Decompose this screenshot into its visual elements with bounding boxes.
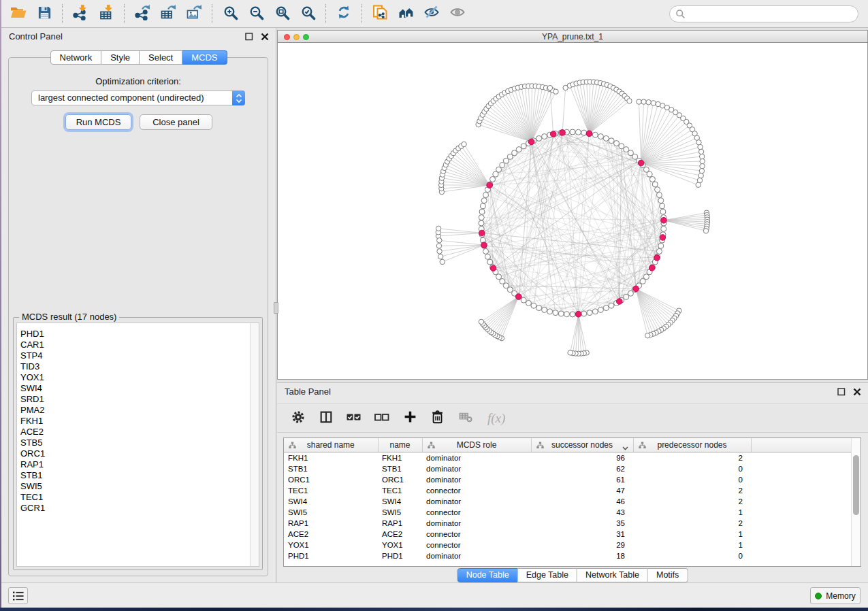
graph-node[interactable]	[592, 309, 598, 314]
graph-node[interactable]	[658, 198, 664, 203]
mcds-node-item[interactable]: STB5	[20, 437, 259, 448]
import-table-button[interactable]	[93, 2, 119, 25]
graph-node[interactable]	[628, 291, 633, 296]
graph-node[interactable]	[627, 99, 632, 103]
graph-node[interactable]	[698, 149, 703, 154]
table-scrollbar-thumb[interactable]	[853, 455, 859, 515]
graph-node[interactable]	[598, 134, 603, 139]
graph-node[interactable]	[699, 169, 704, 174]
column-header-predecessor-nodes[interactable]: predecessor nodes	[633, 438, 751, 452]
graph-node[interactable]	[655, 187, 660, 193]
float-table-panel-button[interactable]	[837, 387, 846, 396]
graph-node[interactable]	[587, 310, 592, 316]
graph-node[interactable]	[646, 100, 651, 105]
graph-node[interactable]	[480, 203, 485, 209]
settings-gear-button[interactable]	[289, 410, 307, 427]
graph-node[interactable]	[542, 134, 547, 139]
graph-node[interactable]	[637, 99, 641, 104]
export-image-button[interactable]	[181, 2, 207, 25]
graph-node[interactable]	[614, 141, 620, 146]
tab-network[interactable]: Network	[50, 50, 101, 65]
table-row[interactable]: ACE2ACE2connector311	[284, 529, 851, 540]
graph-node[interactable]	[703, 229, 708, 233]
tab-network-table[interactable]: Network Table	[577, 568, 648, 582]
graph-node[interactable]	[462, 142, 466, 146]
mcds-node[interactable]	[515, 294, 521, 300]
select-all-columns-button[interactable]	[345, 410, 363, 427]
column-header-successor-nodes[interactable]: successor nodes	[531, 438, 633, 452]
graph-node[interactable]	[496, 274, 502, 280]
delete-column-button[interactable]	[429, 410, 447, 427]
graph-node[interactable]	[481, 198, 487, 203]
mcds-node-item[interactable]: YOX1	[20, 372, 259, 383]
graph-node[interactable]	[440, 259, 445, 264]
graph-node[interactable]	[490, 176, 496, 182]
mcds-node-item[interactable]: PMA2	[20, 405, 259, 416]
graph-node[interactable]	[624, 147, 629, 152]
zoom-selected-button[interactable]	[295, 2, 321, 25]
graph-node[interactable]	[592, 132, 598, 137]
table-row[interactable]: FKH1FKH1dominator962	[284, 452, 851, 463]
graph-node[interactable]	[521, 144, 526, 149]
mcds-node[interactable]	[560, 130, 566, 136]
open-session-button[interactable]	[5, 2, 31, 25]
mcds-node[interactable]	[654, 255, 660, 261]
export-network-button[interactable]	[129, 2, 155, 25]
graph-node[interactable]	[700, 163, 705, 168]
graph-node[interactable]	[656, 248, 662, 254]
column-header-name[interactable]: name	[378, 438, 422, 452]
search-box[interactable]	[669, 5, 858, 22]
mcds-node[interactable]	[481, 242, 487, 248]
graph-node[interactable]	[437, 249, 442, 254]
memory-button[interactable]: Memory	[810, 587, 861, 604]
search-input[interactable]	[686, 7, 858, 21]
graph-node[interactable]	[485, 254, 490, 259]
splitter-handle[interactable]	[274, 302, 278, 314]
graph-node[interactable]	[581, 311, 587, 316]
graph-node[interactable]	[651, 101, 656, 105]
show-details-button[interactable]	[445, 2, 470, 25]
graph-node[interactable]	[483, 248, 489, 254]
graph-node[interactable]	[700, 159, 705, 163]
graph-node[interactable]	[575, 129, 581, 135]
mcds-node[interactable]	[479, 230, 485, 236]
graph-node[interactable]	[536, 135, 542, 141]
mcds-node[interactable]	[487, 182, 493, 188]
mcds-node-item[interactable]: CAR1	[20, 340, 259, 350]
network-overview-button[interactable]	[393, 2, 419, 25]
mcds-node-item[interactable]: STB1	[20, 470, 259, 481]
tab-select[interactable]: Select	[140, 50, 182, 65]
table-row[interactable]: YOX1YOX1connector291	[284, 540, 851, 550]
float-panel-button[interactable]	[244, 32, 253, 41]
graph-node[interactable]	[553, 310, 558, 316]
graph-node[interactable]	[619, 144, 624, 149]
graph-node[interactable]	[570, 312, 575, 317]
column-header-shared-name[interactable]: shared name	[284, 438, 378, 452]
graph-node[interactable]	[699, 154, 704, 159]
graph-node[interactable]	[536, 306, 542, 311]
graph-node[interactable]	[652, 182, 658, 187]
mcds-node[interactable]	[638, 160, 644, 166]
mcds-node-item[interactable]: GCR1	[20, 503, 259, 514]
function-builder-button[interactable]: f(x)	[487, 411, 505, 426]
graph-node[interactable]	[500, 278, 505, 284]
task-history-button[interactable]	[8, 587, 28, 604]
graph-node[interactable]	[603, 135, 609, 141]
mcds-node-item[interactable]: ORC1	[20, 448, 259, 459]
mcds-node-item[interactable]: RAP1	[20, 459, 259, 470]
mcds-node[interactable]	[633, 286, 639, 292]
graph-node[interactable]	[436, 244, 441, 248]
graph-node[interactable]	[512, 150, 517, 156]
table-row[interactable]: SWI5SWI5connector431	[284, 507, 851, 518]
graph-node[interactable]	[547, 309, 553, 314]
mcds-node[interactable]	[661, 217, 667, 223]
graph-node[interactable]	[479, 215, 484, 220]
clone-network-button[interactable]	[367, 2, 393, 25]
mcds-node-item[interactable]: SRD1	[20, 394, 259, 405]
graph-node[interactable]	[641, 99, 646, 104]
graph-node[interactable]	[487, 259, 493, 265]
mcds-node[interactable]	[550, 131, 556, 137]
graph-node[interactable]	[483, 193, 489, 198]
table-row[interactable]: SWI4SWI4dominator462	[284, 496, 851, 507]
graph-node[interactable]	[647, 171, 652, 177]
